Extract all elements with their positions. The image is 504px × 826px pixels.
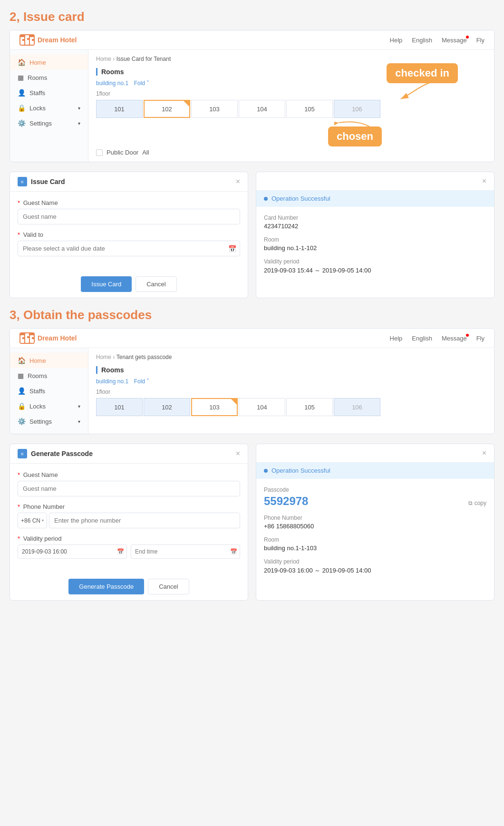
- end-time-input[interactable]: [131, 544, 240, 559]
- sidebar-label-settings-2: Settings: [29, 418, 52, 425]
- sidebar-label-staffs-2: Staffs: [29, 388, 45, 395]
- phone-input[interactable]: [49, 513, 240, 528]
- generate-close[interactable]: ×: [236, 449, 240, 458]
- success-issue-header: ×: [256, 172, 494, 190]
- room-101-2[interactable]: 101: [96, 398, 143, 416]
- passcode-label: Passcode: [264, 486, 486, 493]
- breadcrumb-home-1: Home: [96, 56, 111, 62]
- settings-icon-1: ⚙️: [18, 119, 26, 127]
- validity-field: * Validity period 📅 📅: [18, 535, 240, 559]
- sidebar-label-locks-2: Locks: [29, 403, 46, 410]
- sidebar-item-settings-2[interactable]: ⚙️ Settings ▾: [10, 414, 88, 429]
- browser-nav-2: Help English Message Fly: [390, 335, 485, 342]
- fold-btn-1[interactable]: Fold ˅: [134, 80, 150, 87]
- room-value-1: building no.1-1-102: [264, 244, 486, 252]
- generate-passcode-btn[interactable]: Generate Passcode: [68, 579, 144, 594]
- copy-btn[interactable]: ⧉ copy: [468, 500, 486, 506]
- issue-card-cancel-btn[interactable]: Cancel: [136, 276, 176, 292]
- success-issue-banner: Operation Successful: [256, 190, 494, 207]
- validity-group-2: Validity period 2019-09-03 16:00 ～ 2019-…: [264, 558, 486, 575]
- issue-card-close[interactable]: ×: [236, 177, 240, 186]
- generate-title: ≡ Generate Passcode: [18, 449, 93, 458]
- staffs-icon-1: 👤: [18, 89, 26, 97]
- guest-name-input[interactable]: [18, 209, 240, 224]
- valid-to-input[interactable]: [18, 241, 240, 256]
- staffs-icon-2: 👤: [18, 387, 26, 395]
- nav-help-2[interactable]: Help: [390, 335, 403, 342]
- issue-card-btn[interactable]: Issue Card: [81, 276, 132, 292]
- hotel-logo-icon-2: [19, 332, 35, 344]
- nav-fly-2[interactable]: Fly: [476, 335, 485, 342]
- corner-triangle-102: [184, 101, 189, 107]
- generate-footer: Generate Passcode Cancel: [10, 573, 248, 600]
- sidebar-item-staffs-2[interactable]: 👤 Staffs: [10, 383, 88, 398]
- sidebar-item-settings-1[interactable]: ⚙️ Settings ▾: [10, 116, 88, 131]
- end-time-wrapper: 📅: [131, 544, 240, 559]
- copy-label: copy: [475, 500, 486, 506]
- fold-btn-2[interactable]: Fold ˅: [134, 378, 150, 385]
- phone-prefix-arrow: ▾: [42, 518, 44, 523]
- room-102-1[interactable]: 102: [144, 100, 190, 118]
- phone-prefix-selector[interactable]: +86 CN ▾: [18, 513, 47, 528]
- phone-number-group: Phone Number +86 15868805060: [264, 515, 486, 530]
- nav-message-2[interactable]: Message: [442, 335, 467, 342]
- breadcrumb-current-2: Tenant gets passcode: [116, 354, 172, 360]
- gen-guest-name-input[interactable]: [18, 481, 240, 496]
- public-door-row-1: Public Door All: [96, 149, 486, 156]
- nav-message-1[interactable]: Message: [442, 37, 467, 44]
- sidebar-label-rooms-1: Rooms: [28, 74, 47, 81]
- locks-icon-1: 🔒: [18, 104, 26, 112]
- issue-card-header: ≡ Issue Card ×: [10, 172, 248, 192]
- room-103-1[interactable]: 103: [191, 100, 238, 118]
- passcode-group: Passcode 5592978 ⧉ copy: [264, 486, 486, 508]
- sidebar-item-locks-1[interactable]: 🔒 Locks ▾: [10, 100, 88, 116]
- room-label-2: Room: [264, 536, 486, 543]
- sidebar-1: 🏠 Home ▦ Rooms 👤 Staffs 🔒 Locks ▾ ⚙️ Set…: [10, 50, 88, 162]
- generate-body: * Guest Name * Phone Number +86 CN ▾: [10, 464, 248, 573]
- room-104-2[interactable]: 104: [239, 398, 285, 416]
- nav-help-1[interactable]: Help: [390, 37, 403, 44]
- room-101-1[interactable]: 101: [96, 100, 143, 118]
- browser-nav-1: Help English Message Fly: [390, 37, 485, 44]
- phone-number-value: +86 15868805060: [264, 523, 486, 530]
- panel-row-2: ≡ Generate Passcode × * Guest Name * Pho…: [10, 444, 494, 601]
- sidebar-item-locks-2[interactable]: 🔒 Locks ▾: [10, 398, 88, 414]
- room-102-2[interactable]: 102: [144, 398, 190, 416]
- success-issue-close[interactable]: ×: [482, 177, 486, 185]
- sidebar-item-rooms-1[interactable]: ▦ Rooms: [10, 70, 88, 85]
- room-105-1[interactable]: 105: [286, 100, 333, 118]
- nav-fly-1[interactable]: Fly: [476, 37, 485, 44]
- floor-label-2: 1floor: [96, 389, 486, 395]
- room-105-2[interactable]: 105: [286, 398, 333, 416]
- valid-to-wrapper: 📅: [18, 241, 240, 256]
- room-104-1[interactable]: 104: [239, 100, 285, 118]
- nav-english-2[interactable]: English: [412, 335, 432, 342]
- room-103-2[interactable]: 103: [191, 398, 238, 416]
- browser-window-2: Dream Hotel Help English Message Fly 🏠 H…: [10, 328, 494, 434]
- sidebar-item-home-1[interactable]: 🏠 Home: [10, 55, 88, 70]
- start-time-input[interactable]: [18, 544, 127, 559]
- start-cal-icon: 📅: [117, 548, 124, 555]
- success-passcode-close[interactable]: ×: [482, 449, 486, 457]
- success-passcode-dialog: × Operation Successful Passcode 5592978 …: [256, 444, 494, 601]
- issue-card-title-text: Issue Card: [31, 178, 65, 185]
- generate-cancel-btn[interactable]: Cancel: [148, 579, 189, 594]
- generate-icon: ≡: [18, 449, 27, 458]
- calendar-icon: 📅: [228, 245, 236, 253]
- breadcrumb-2: Home › Tenant gets passcode: [96, 354, 486, 360]
- sidebar-item-home-2[interactable]: 🏠 Home: [10, 353, 88, 368]
- sidebar-item-rooms-2[interactable]: ▦ Rooms: [10, 368, 88, 383]
- public-door-checkbox-1[interactable]: [96, 149, 103, 156]
- room-group-1: Room building no.1-1-102: [264, 236, 486, 252]
- sidebar-item-staffs-1[interactable]: 👤 Staffs: [10, 85, 88, 100]
- svg-rect-5: [32, 39, 34, 41]
- svg-rect-11: [22, 337, 24, 339]
- main-content-1: Home › Issue Card for Tenant checked in …: [88, 50, 494, 162]
- room-value-2: building no.1-1-103: [264, 544, 486, 552]
- svg-rect-3: [22, 39, 24, 41]
- copy-icon: ⧉: [468, 500, 473, 506]
- home-icon-2: 🏠: [18, 357, 26, 364]
- room-106-2[interactable]: 106: [334, 398, 380, 416]
- nav-english-1[interactable]: English: [412, 37, 432, 44]
- breadcrumb-home-2: Home: [96, 354, 111, 360]
